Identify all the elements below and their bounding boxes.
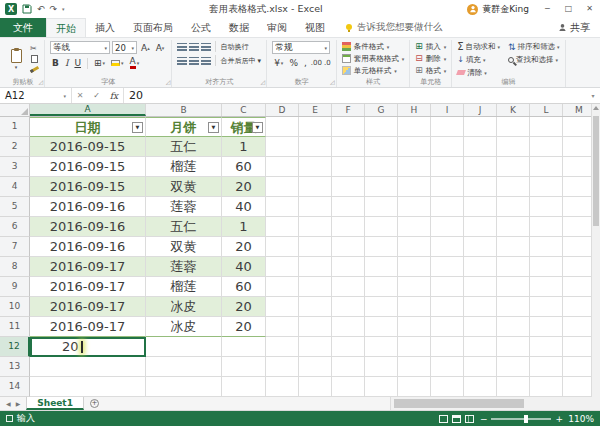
cell-L5[interactable]: [530, 197, 563, 217]
cell-C12[interactable]: [222, 337, 266, 357]
cell-L2[interactable]: [530, 137, 563, 157]
decrease-decimal-icon[interactable]: .0: [324, 59, 331, 67]
cell-C11[interactable]: 20: [222, 317, 266, 337]
cell-H4[interactable]: [398, 177, 431, 197]
dialog-launcher-icon[interactable]: ◿: [261, 79, 266, 85]
cell-H9[interactable]: [398, 277, 431, 297]
formula-input[interactable]: 20: [124, 88, 586, 103]
horizontal-scrollbar[interactable]: [390, 397, 600, 410]
cell-B1[interactable]: 月饼▼: [146, 117, 222, 137]
cell-F12[interactable]: [332, 337, 365, 357]
autosum-button[interactable]: Σ 自动求和▾: [457, 41, 500, 52]
merge-center-button[interactable]: 合并后居中 ▾: [220, 56, 261, 66]
cell-I6[interactable]: [431, 217, 464, 237]
cell-J4[interactable]: [464, 177, 497, 197]
cell-C8[interactable]: 40: [222, 257, 266, 277]
comma-style-icon[interactable]: ,: [302, 57, 309, 69]
cell-L4[interactable]: [530, 177, 563, 197]
delete-cells-button[interactable]: ⊟ 删除▾: [415, 53, 446, 64]
row-header-1[interactable]: 1: [0, 117, 30, 137]
cell-F2[interactable]: [332, 137, 365, 157]
cell-L12[interactable]: [530, 337, 563, 357]
cell-A10[interactable]: 2016-09-17: [30, 297, 146, 317]
cell-B3[interactable]: 榴莲: [146, 157, 222, 177]
row-header-9[interactable]: 9: [0, 277, 30, 297]
column-header-H[interactable]: H: [398, 104, 431, 116]
next-sheet-icon[interactable]: ▶: [16, 400, 21, 407]
cancel-icon[interactable]: ✕: [77, 91, 84, 100]
align-right-icon[interactable]: [201, 57, 211, 65]
row-header-5[interactable]: 5: [0, 197, 30, 217]
cell-L7[interactable]: [530, 237, 563, 257]
cell-D2[interactable]: [266, 137, 299, 157]
cell-B10[interactable]: 冰皮: [146, 297, 222, 317]
zoom-in-button[interactable]: +: [555, 414, 563, 424]
cell-L3[interactable]: [530, 157, 563, 177]
row-header-3[interactable]: 3: [0, 157, 30, 177]
undo-icon[interactable]: ↶: [37, 5, 45, 14]
new-sheet-button[interactable]: +: [84, 397, 105, 410]
increase-font-icon[interactable]: A▴: [139, 42, 152, 54]
cell-B7[interactable]: 双黄: [146, 237, 222, 257]
zoom-slider-thumb[interactable]: [524, 415, 528, 423]
cell-F14[interactable]: [332, 377, 365, 397]
cell-L1[interactable]: [530, 117, 563, 137]
row-header-6[interactable]: 6: [0, 217, 30, 237]
cell-E4[interactable]: [299, 177, 332, 197]
cell-D9[interactable]: [266, 277, 299, 297]
cell-I7[interactable]: [431, 237, 464, 257]
cell-I4[interactable]: [431, 177, 464, 197]
cell-I8[interactable]: [431, 257, 464, 277]
cell-H13[interactable]: [398, 357, 431, 377]
cell-L9[interactable]: [530, 277, 563, 297]
tab-page-layout[interactable]: 页面布局: [124, 18, 182, 37]
zoom-slider[interactable]: [491, 418, 551, 420]
column-header-B[interactable]: B: [146, 104, 222, 116]
fill-button[interactable]: ↓ 填充▾: [457, 54, 500, 65]
cell-G5[interactable]: [365, 197, 398, 217]
cell-C1[interactable]: 销量▼: [222, 117, 266, 137]
cell-K11[interactable]: [497, 317, 530, 337]
cell-G4[interactable]: [365, 177, 398, 197]
cell-B12[interactable]: [146, 337, 222, 357]
cell-G12[interactable]: [365, 337, 398, 357]
bold-button[interactable]: B: [50, 57, 61, 69]
cell-H14[interactable]: [398, 377, 431, 397]
cell-B14[interactable]: [146, 377, 222, 397]
cell-A13[interactable]: [30, 357, 146, 377]
find-select-button[interactable]: 查找和选择▾: [508, 54, 560, 65]
cell-J8[interactable]: [464, 257, 497, 277]
cell-J1[interactable]: [464, 117, 497, 137]
borders-icon[interactable]: ⊞▾: [92, 57, 107, 69]
tab-review[interactable]: 审阅: [258, 18, 296, 37]
accounting-format-icon[interactable]: ¥▾: [272, 57, 285, 69]
cell-E7[interactable]: [299, 237, 332, 257]
column-header-C[interactable]: C: [222, 104, 266, 116]
cell-I1[interactable]: [431, 117, 464, 137]
sort-filter-button[interactable]: ⇅ 排序和筛选▾: [508, 41, 560, 52]
font-color-icon[interactable]: A▾: [128, 57, 142, 69]
insert-function-icon[interactable]: fx: [110, 91, 118, 101]
cell-E9[interactable]: [299, 277, 332, 297]
filter-button-销量[interactable]: ▼: [252, 122, 263, 133]
cell-F4[interactable]: [332, 177, 365, 197]
cell-I10[interactable]: [431, 297, 464, 317]
row-header-13[interactable]: 13: [0, 357, 30, 377]
cell-E10[interactable]: [299, 297, 332, 317]
cell-D5[interactable]: [266, 197, 299, 217]
maximize-button[interactable]: □: [558, 0, 579, 18]
cell-G9[interactable]: [365, 277, 398, 297]
cell-A11[interactable]: 2016-09-17: [30, 317, 146, 337]
cell-F5[interactable]: [332, 197, 365, 217]
cell-K4[interactable]: [497, 177, 530, 197]
row-header-14[interactable]: 14: [0, 377, 30, 397]
cell-H10[interactable]: [398, 297, 431, 317]
cell-K2[interactable]: [497, 137, 530, 157]
cell-I12[interactable]: [431, 337, 464, 357]
page-layout-view-icon[interactable]: [452, 415, 461, 423]
cell-A1[interactable]: 日期▼: [30, 117, 146, 137]
italic-button[interactable]: I: [63, 57, 71, 69]
cell-A6[interactable]: 2016-09-16: [30, 217, 146, 237]
cell-D7[interactable]: [266, 237, 299, 257]
insert-cells-button[interactable]: ⊞ 插入▾: [415, 41, 446, 52]
